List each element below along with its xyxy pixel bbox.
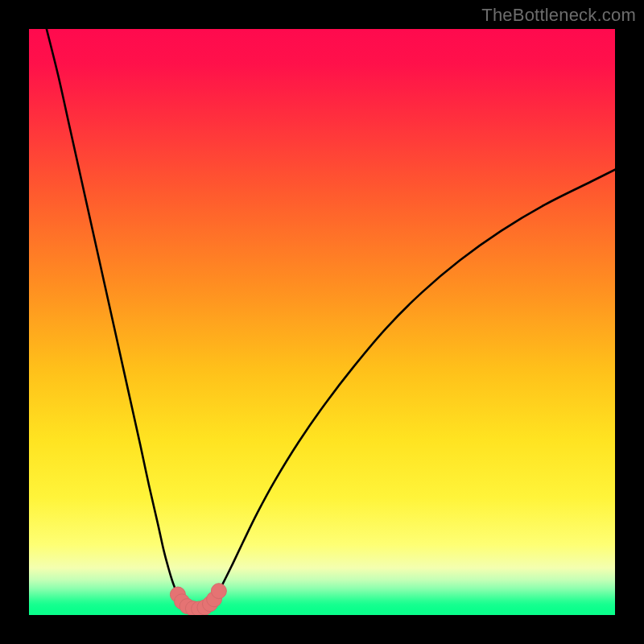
series-left-branch: [47, 29, 185, 605]
plot-area: [29, 29, 615, 615]
series-right-branch: [212, 170, 615, 602]
valley-markers: [170, 584, 226, 615]
chart-frame: TheBottleneck.com: [0, 0, 644, 644]
curve-svg: [29, 29, 615, 615]
watermark-text: TheBottleneck.com: [481, 5, 636, 26]
curve-paths: [47, 29, 615, 609]
valley-marker-8: [211, 584, 226, 599]
